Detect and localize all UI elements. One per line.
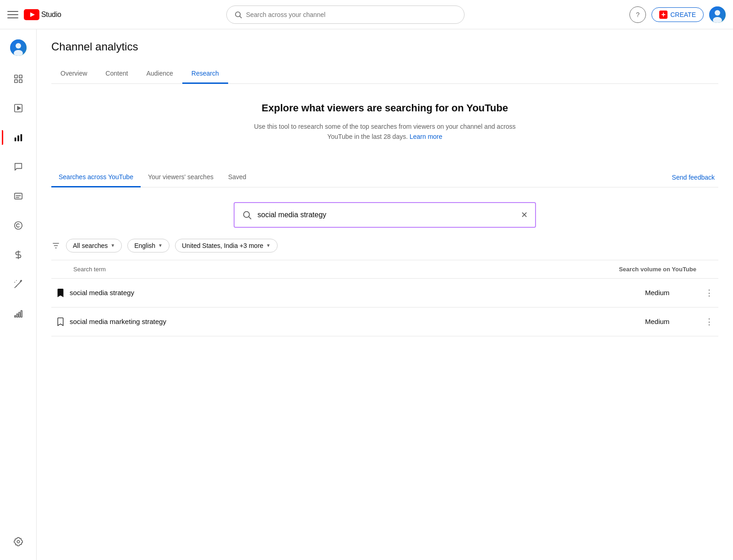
- svg-point-8: [16, 43, 21, 49]
- table-row-term: social media marketing strategy: [70, 318, 645, 325]
- table-row-volume: Medium: [645, 318, 700, 325]
- topnav-search-area: [61, 5, 630, 24]
- table-row-menu-button[interactable]: ⋮: [700, 317, 718, 327]
- sidebar-item-subtitles[interactable]: [2, 181, 35, 211]
- language-filter-arrow: ▼: [158, 243, 163, 248]
- avatar[interactable]: [709, 6, 726, 23]
- topnav-left: Studio: [7, 9, 61, 20]
- menu-icon[interactable]: [7, 9, 18, 20]
- table-header-volume: Search volume on YouTube: [619, 266, 718, 273]
- audio-icon: [13, 308, 24, 319]
- svg-point-5: [715, 10, 720, 16]
- bar-chart-icon: [13, 132, 24, 143]
- topnav: Studio ? CREATE: [0, 0, 733, 29]
- language-filter-chip[interactable]: English ▼: [127, 239, 170, 253]
- gear-icon: [13, 536, 24, 547]
- sidebar-item-comments[interactable]: [2, 152, 35, 181]
- youtube-logo-icon: [24, 9, 39, 20]
- grid-icon: [13, 73, 24, 84]
- play-icon: [13, 103, 24, 114]
- svg-rect-18: [20, 134, 22, 142]
- svg-rect-10: [14, 75, 17, 78]
- studio-label: Studio: [41, 11, 61, 19]
- svg-point-2: [235, 12, 241, 17]
- svg-point-22: [14, 222, 22, 230]
- sidebar-item-dashboard[interactable]: [2, 64, 35, 93]
- table-header-search-term: Search term: [51, 266, 619, 273]
- sidebar: [0, 29, 37, 560]
- svg-point-30: [244, 211, 250, 217]
- svg-rect-17: [17, 135, 19, 141]
- tab-overview[interactable]: Overview: [51, 64, 96, 84]
- search-icon: [234, 11, 242, 19]
- table-header: Search term Search volume on YouTube: [51, 260, 718, 279]
- research-section: Explore what viewers are searching for o…: [51, 84, 718, 153]
- svg-line-3: [240, 16, 241, 18]
- sidebar-item-settings[interactable]: [2, 527, 35, 556]
- page-title: Channel analytics: [51, 40, 718, 53]
- searches-filter-chip[interactable]: All searches ▼: [66, 239, 122, 253]
- logo-area[interactable]: Studio: [24, 9, 61, 20]
- research-description: Use this tool to research some of the to…: [243, 121, 527, 142]
- filter-icon: [51, 241, 60, 250]
- wand-icon: [13, 279, 24, 290]
- sidebar-item-monetization[interactable]: [2, 240, 35, 269]
- search-subtabs: Searches across YouTube Your viewers' se…: [51, 168, 718, 187]
- tab-research[interactable]: Research: [182, 64, 228, 84]
- table-row: social media marketing strategy Medium ⋮: [51, 307, 718, 336]
- subtitles-icon: [13, 191, 24, 202]
- table-row: social media strategy Medium ⋮: [51, 279, 718, 307]
- research-search-input[interactable]: [257, 211, 515, 219]
- topnav-right: ? CREATE: [629, 6, 726, 23]
- svg-point-29: [17, 540, 20, 543]
- sidebar-avatar-icon: [10, 39, 27, 56]
- help-button[interactable]: ?: [629, 6, 646, 23]
- dollar-icon: [13, 249, 24, 260]
- sidebar-item-audio[interactable]: [2, 299, 35, 328]
- create-plus-icon: [659, 11, 667, 19]
- svg-rect-19: [14, 193, 22, 199]
- tab-content[interactable]: Content: [96, 64, 137, 84]
- svg-line-24: [14, 282, 20, 288]
- searches-filter-arrow: ▼: [110, 243, 115, 248]
- avatar-icon: [709, 6, 726, 23]
- sidebar-item-home-avatar[interactable]: [2, 33, 35, 62]
- analytics-tabs: Overview Content Audience Research: [51, 64, 718, 84]
- svg-rect-27: [18, 312, 20, 317]
- research-search-area: ✕: [51, 187, 718, 239]
- svg-rect-12: [14, 80, 17, 82]
- send-feedback-button[interactable]: Send feedback: [668, 168, 718, 187]
- svg-marker-15: [17, 106, 20, 110]
- svg-rect-26: [16, 314, 18, 317]
- learn-more-link[interactable]: Learn more: [410, 133, 443, 140]
- svg-rect-13: [19, 80, 22, 82]
- comment-icon: [13, 161, 24, 172]
- subtab-saved[interactable]: Saved: [221, 168, 254, 187]
- svg-rect-25: [14, 316, 16, 318]
- svg-line-31: [249, 217, 251, 219]
- channel-search-input[interactable]: [246, 11, 457, 18]
- sidebar-item-analytics[interactable]: [2, 123, 35, 152]
- table-row-volume: Medium: [645, 289, 700, 296]
- create-button[interactable]: CREATE: [651, 7, 704, 22]
- tab-audience[interactable]: Audience: [137, 64, 182, 84]
- bookmark-saved-button[interactable]: [51, 288, 70, 297]
- sidebar-item-customization[interactable]: [2, 269, 35, 299]
- research-heading: Explore what viewers are searching for o…: [51, 102, 718, 114]
- subtab-searches-youtube[interactable]: Searches across YouTube: [51, 168, 141, 187]
- channel-search-bar[interactable]: [226, 5, 465, 24]
- main-content: Channel analytics Overview Content Audie…: [37, 29, 733, 560]
- location-filter-chip[interactable]: United States, India +3 more ▼: [175, 239, 278, 253]
- research-search-bar[interactable]: ✕: [234, 202, 536, 228]
- table-row-menu-button[interactable]: ⋮: [700, 288, 718, 298]
- table-row-term: social media strategy: [70, 289, 645, 296]
- svg-rect-11: [19, 75, 22, 78]
- sidebar-item-copyright[interactable]: [2, 211, 35, 240]
- sidebar-item-content[interactable]: [2, 93, 35, 123]
- subtab-viewers-searches[interactable]: Your viewers' searches: [141, 168, 221, 187]
- svg-rect-28: [21, 311, 22, 318]
- bookmark-unsaved-button[interactable]: [51, 317, 70, 326]
- bookmark-filled-icon: [56, 288, 65, 297]
- search-magnifier-icon: [242, 210, 252, 220]
- search-clear-button[interactable]: ✕: [521, 210, 528, 220]
